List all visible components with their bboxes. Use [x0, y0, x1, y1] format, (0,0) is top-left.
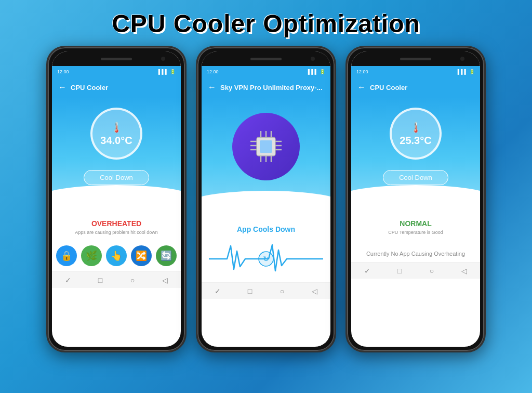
phone2-app-header: ← Sky VPN Pro Unlimited Proxy-... [202, 77, 330, 97]
phone3-thermometer-icon: 🌡️ [409, 121, 422, 134]
phone3-blue-area: 🌡️ 25.3°C Cool Down [351, 97, 480, 201]
phone1-top-bar [52, 51, 181, 66]
phone1-nav-check[interactable]: ✓ [60, 275, 76, 285]
phone2-heartbeat: ↻ [209, 241, 323, 277]
phone1-thermometer-icon: 🌡️ [110, 121, 123, 134]
phone3-camera [460, 57, 464, 61]
phone1-bottom-nav: ✓ □ ○ ◁ [52, 271, 181, 288]
phone1-app-icon-3[interactable]: 👆 [106, 245, 127, 266]
phone2-status-bar: 12:00 ▌▌▌ 🔋 [202, 66, 330, 77]
phone3-nav-check[interactable]: ✓ [360, 266, 375, 276]
phone3-status-bar: 12:00 ▌▌▌ 🔋 [351, 66, 480, 77]
phone1-temp-value: 34.0°C [100, 135, 132, 147]
phone2-speaker [250, 58, 282, 60]
heartbeat-svg: ↻ [209, 241, 323, 277]
phone3-nav-circle[interactable]: ○ [424, 266, 440, 276]
phone-2: 12:00 ▌▌▌ 🔋 ← Sky VPN Pro Unlimited Prox… [196, 46, 336, 352]
phone2-cpu-area [202, 97, 330, 206]
phone-3: 12:00 ▌▌▌ 🔋 ← CPU Cooler 🌡️ 25.3°C Cool … [345, 46, 486, 352]
phone3-cool-down-button[interactable]: Cool Down [383, 170, 448, 185]
phone2-white-area: App Cools Down ↻ [202, 206, 330, 282]
svg-rect-1 [260, 140, 272, 153]
phone3-bottom-nav: ✓ □ ○ ◁ [351, 262, 480, 279]
phone3-nav-triangle[interactable]: ◁ [456, 266, 472, 276]
phone1-temp-circle: 🌡️ 34.0°C [90, 108, 142, 160]
phone3-back-arrow[interactable]: ← [357, 83, 366, 92]
phone2-header-title: Sky VPN Pro Unlimited Proxy-... [220, 84, 323, 91]
phone2-nav-square[interactable]: □ [242, 286, 258, 296]
phone1-speaker [101, 58, 132, 60]
phone2-camera [311, 57, 315, 61]
phone1-camera [161, 57, 165, 61]
phone1-app-icon-2[interactable]: 🌿 [81, 245, 102, 266]
phone1-status-label: OVERHEATED [91, 219, 141, 228]
page-title: CPU Cooler Optimization [0, 0, 532, 46]
phone3-app-header: ← CPU Cooler [351, 77, 480, 97]
phone1-status-desc: Apps are causing problem hit cool down [75, 230, 158, 235]
phone1-app-icon-5[interactable]: 🔄 [156, 245, 177, 266]
phone3-temp-value: 25.3°C [400, 135, 431, 147]
phone2-top-bar [202, 51, 330, 66]
phone3-nav-square[interactable]: □ [392, 266, 407, 276]
phone3-no-app-text: Currently No App Causing Overheating [361, 251, 470, 257]
phone2-cpu-circle [232, 113, 300, 180]
phone1-app-icons-row: 🔒 🌿 👆 🔀 🔄 [56, 245, 177, 266]
phone2-nav-circle[interactable]: ○ [274, 286, 290, 296]
phone3-top-bar [351, 51, 480, 66]
phone3-temp-circle: 🌡️ 25.3°C [390, 108, 442, 160]
phone1-app-icon-4[interactable]: 🔀 [131, 245, 152, 266]
phone1-app-header: ← CPU Cooler [52, 77, 181, 97]
phone3-status-desc: CPU Temperature is Good [388, 230, 443, 235]
phone1-status-bar: 12:00 ▌▌▌ 🔋 [52, 66, 181, 77]
phone1-white-area: OVERHEATED Apps are causing problem hit … [52, 201, 181, 271]
phone1-blue-area: 🌡️ 34.0°C Cool Down [52, 97, 181, 201]
phones-container: 12:00 ▌▌▌ 🔋 ← CPU Cooler 🌡️ 34.0°C Cool … [0, 46, 532, 352]
phone1-cool-down-button[interactable]: Cool Down [84, 170, 149, 185]
phone2-bottom-nav: ✓ □ ○ ◁ [202, 282, 330, 299]
phone1-app-icon-1[interactable]: 🔒 [56, 245, 77, 266]
phone3-status-label: NORMAL [400, 219, 431, 228]
phone2-nav-triangle[interactable]: ◁ [307, 286, 322, 296]
phone-1: 12:00 ▌▌▌ 🔋 ← CPU Cooler 🌡️ 34.0°C Cool … [46, 46, 187, 352]
phone1-nav-square[interactable]: □ [92, 275, 108, 285]
phone1-nav-triangle[interactable]: ◁ [157, 275, 172, 285]
phone1-nav-circle[interactable]: ○ [125, 275, 140, 285]
phone3-speaker [400, 58, 431, 60]
phone2-nav-check[interactable]: ✓ [210, 286, 225, 296]
phone2-back-arrow[interactable]: ← [208, 83, 216, 92]
phone1-header-title: CPU Cooler [71, 84, 108, 91]
cpu-chip-icon [245, 126, 287, 167]
phone2-app-cools-label: App Cools Down [237, 225, 295, 233]
svg-text:↻: ↻ [263, 255, 269, 263]
phone1-back-arrow[interactable]: ← [58, 83, 66, 92]
phone3-header-title: CPU Cooler [370, 84, 407, 91]
